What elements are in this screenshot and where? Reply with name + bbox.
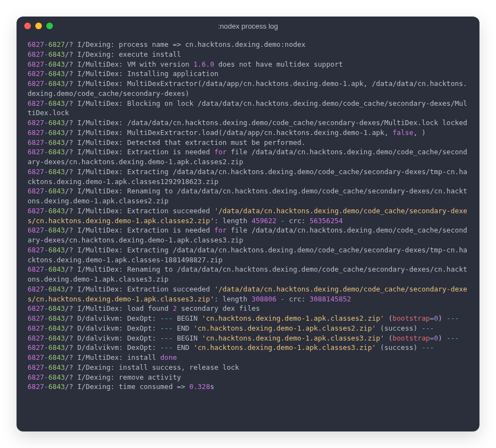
log-segment: : length bbox=[214, 217, 252, 225]
log-segment: 1.6.0 bbox=[193, 60, 214, 68]
log-segment: 6827 bbox=[28, 207, 44, 215]
log-line: 6827-6843/? I/MultiDex: Detected that ex… bbox=[28, 138, 468, 148]
log-segment: 6843 bbox=[48, 168, 65, 176]
log-line: 6827-6843/? I/MultiDex: Extracting /data… bbox=[28, 167, 468, 187]
log-segment: (success) bbox=[376, 324, 422, 332]
log-segment: - bbox=[44, 138, 48, 147]
log-segment: 6843 bbox=[48, 148, 65, 156]
log-segment: /? D/dalvikvm: DexOpt: bbox=[65, 343, 160, 352]
log-segment: bootstrap bbox=[392, 314, 430, 322]
log-segment: 2 bbox=[172, 304, 177, 312]
log-segment: - bbox=[44, 118, 48, 127]
log-segment: - bbox=[44, 353, 48, 361]
log-segment: 6843 bbox=[48, 343, 65, 352]
log-line: 6827-6843/? I/MultiDex: Extraction is ne… bbox=[28, 147, 468, 167]
log-segment: 6843 bbox=[48, 265, 65, 273]
log-segment: - bbox=[44, 168, 48, 176]
log-segment: /? I/Dexing: remove activity bbox=[65, 373, 181, 381]
log-segment: does not have multidex support bbox=[214, 60, 343, 68]
log-segment: 6843 bbox=[48, 363, 65, 371]
log-segment: - bbox=[44, 334, 48, 342]
log-segment: 6843 bbox=[48, 304, 65, 312]
log-segment: - bbox=[44, 226, 48, 234]
log-segment: 'cn.hacktons.dexing.demo-1.apk.classes2.… bbox=[193, 324, 376, 332]
log-segment: = bbox=[430, 334, 434, 342]
log-segment: /? I/Dexing: install success, release lo… bbox=[65, 363, 239, 371]
log-segment: --- bbox=[446, 314, 459, 322]
log-segment: 6843 bbox=[48, 334, 65, 342]
terminal-window: :nodex process log 6827-6827/? I/Dexing:… bbox=[17, 17, 479, 431]
log-segment: /? I/Dexing: execute install bbox=[65, 50, 181, 58]
log-segment: - bbox=[44, 304, 48, 312]
log-segment: 6827 bbox=[28, 373, 44, 381]
log-segment: - bbox=[44, 324, 48, 332]
minimize-icon[interactable] bbox=[35, 23, 42, 29]
log-segment: 6827 bbox=[28, 353, 44, 361]
log-segment: ( bbox=[384, 314, 392, 322]
log-segment: 6843 bbox=[48, 324, 65, 332]
log-segment: /? I/MultiDex: Extraction is needed bbox=[65, 226, 214, 234]
log-segment: /? I/MultiDex: Installing application bbox=[65, 69, 218, 78]
log-segment: 'cn.hacktons.dexing.demo-1.apk.classes2.… bbox=[202, 314, 384, 322]
log-segment: 6843 bbox=[48, 226, 65, 234]
log-segment: /? I/MultiDex: Extraction is needed bbox=[65, 148, 214, 156]
log-segment: 6827 bbox=[28, 314, 44, 322]
log-line: 6827-6843/? I/MultiDex: MultiDexExtracto… bbox=[28, 128, 468, 138]
log-segment: 6843 bbox=[48, 79, 65, 88]
log-segment: 6827 bbox=[28, 128, 44, 137]
log-segment: /? I/MultiDex: /data/data/cn.hacktons.de… bbox=[65, 118, 467, 127]
log-segment: /? I/MultiDex: MultiDexExtractor.load(/d… bbox=[65, 128, 393, 137]
log-segment: : length bbox=[214, 295, 252, 303]
log-segment: - bbox=[44, 246, 48, 254]
log-segment: 6827 bbox=[28, 168, 44, 176]
log-segment: /? D/dalvikvm: DexOpt: bbox=[65, 334, 160, 342]
log-segment: - bbox=[44, 79, 48, 88]
log-segment: - bbox=[44, 314, 48, 322]
log-segment: 6843 bbox=[48, 314, 65, 322]
log-segment: 6827 bbox=[28, 334, 44, 342]
log-segment: ( bbox=[384, 334, 392, 342]
log-line: 6827-6843/? I/MultiDex: /data/data/cn.ha… bbox=[28, 118, 468, 128]
log-segment: 6827 bbox=[28, 187, 44, 195]
log-segment: ) bbox=[438, 334, 446, 342]
log-segment: false bbox=[392, 128, 413, 137]
log-segment: 6827 bbox=[28, 118, 44, 127]
log-segment: 'cn.hacktons.dexing.demo-1.apk.classes3.… bbox=[202, 334, 384, 342]
log-segment: END bbox=[172, 343, 193, 352]
log-segment: /? I/Dexing: time consumed => bbox=[65, 382, 190, 391]
log-segment: 'cn.hacktons.dexing.demo-1.apk.classes3.… bbox=[193, 343, 376, 352]
window-title: :nodex process log bbox=[17, 22, 479, 30]
log-segment: BEGIN bbox=[172, 314, 202, 322]
log-segment: 6827 bbox=[28, 226, 44, 234]
log-segment: 6827 bbox=[28, 382, 44, 391]
log-segment: 6827 bbox=[28, 246, 44, 254]
log-line: 6827-6843/? I/MultiDex: Installing appli… bbox=[28, 69, 468, 79]
log-segment: 6827 bbox=[28, 285, 44, 293]
log-line: 6827-6843/? I/Dexing: time consumed => 0… bbox=[28, 382, 468, 392]
log-segment: 6843 bbox=[48, 207, 65, 215]
log-segment: 6843 bbox=[48, 69, 65, 78]
log-segment: /? I/MultiDex: Detected that extraction … bbox=[65, 138, 306, 147]
terminal-output[interactable]: 6827-6827/? I/Dexing: process name => cn… bbox=[17, 35, 479, 431]
log-segment: 6843 bbox=[48, 118, 65, 127]
log-segment: /? I/MultiDex: Extracting /data/data/cn.… bbox=[28, 246, 467, 264]
log-line: 6827-6843/? D/dalvikvm: DexOpt: --- BEGI… bbox=[28, 314, 468, 323]
log-segment: --- bbox=[422, 343, 434, 352]
log-segment: bootstrap bbox=[392, 334, 430, 342]
log-segment: - bbox=[44, 69, 48, 78]
log-segment: 6843 bbox=[48, 60, 65, 68]
log-segment: /? I/MultiDex: install bbox=[65, 353, 160, 361]
log-line: 6827-6843/? I/Dexing: install success, r… bbox=[28, 363, 468, 373]
log-line: 6827-6843/? I/MultiDex: Extraction succe… bbox=[28, 206, 468, 226]
zoom-icon[interactable] bbox=[46, 23, 53, 29]
traffic-lights bbox=[24, 23, 53, 29]
log-segment: --- bbox=[446, 334, 459, 342]
log-segment: - bbox=[44, 99, 48, 107]
log-segment: - bbox=[44, 363, 48, 371]
log-segment: /? I/MultiDex: Extracting /data/data/cn.… bbox=[28, 168, 467, 186]
log-segment: 6827 bbox=[28, 363, 44, 371]
log-segment: 308806 bbox=[251, 295, 276, 303]
close-icon[interactable] bbox=[24, 23, 31, 29]
log-segment: secondary dex files bbox=[177, 304, 260, 312]
log-segment: for bbox=[214, 148, 227, 156]
